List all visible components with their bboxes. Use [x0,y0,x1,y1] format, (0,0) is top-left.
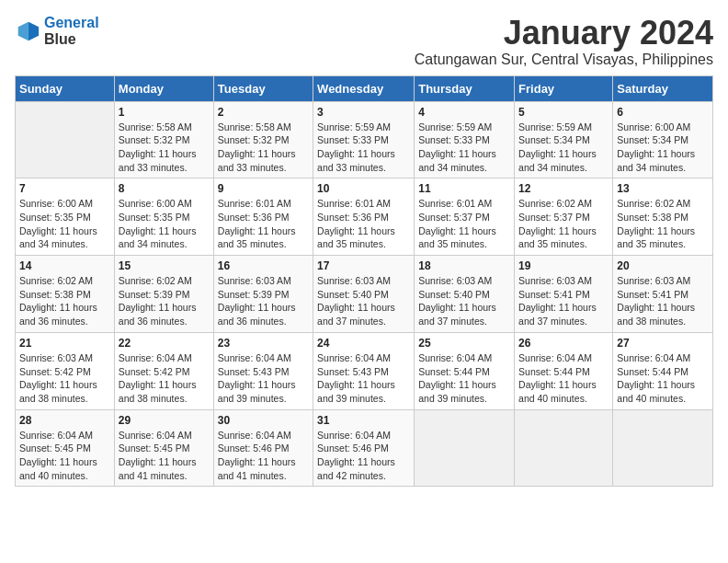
day-number: 20 [617,259,709,272]
week-row-3: 21Sunrise: 6:03 AM Sunset: 5:42 PM Dayli… [16,332,713,409]
day-number: 23 [218,337,309,350]
calendar-cell: 29Sunrise: 6:04 AM Sunset: 5:45 PM Dayli… [114,409,213,487]
day-info: Sunrise: 6:01 AM Sunset: 5:36 PM Dayligh… [317,197,410,251]
day-number: 14 [19,259,110,272]
day-info: Sunrise: 6:00 AM Sunset: 5:35 PM Dayligh… [19,197,110,251]
title-area: January 2024 Catungawan Sur, Central Vis… [415,15,713,68]
calendar-cell: 19Sunrise: 6:03 AM Sunset: 5:41 PM Dayli… [515,256,613,333]
day-number: 9 [218,182,309,195]
day-info: Sunrise: 6:03 AM Sunset: 5:42 PM Dayligh… [19,351,110,406]
week-row-1: 7Sunrise: 6:00 AM Sunset: 5:35 PM Daylig… [16,178,713,256]
day-number: 26 [518,337,609,350]
calendar-cell: 31Sunrise: 6:04 AM Sunset: 5:46 PM Dayli… [313,409,415,487]
day-info: Sunrise: 6:03 AM Sunset: 5:40 PM Dayligh… [418,274,510,328]
header-row: Sunday Monday Tuesday Wednesday Thursday… [16,75,713,101]
day-number: 4 [418,106,510,119]
day-number: 24 [317,337,410,350]
day-info: Sunrise: 5:58 AM Sunset: 5:32 PM Dayligh… [218,121,309,175]
day-number: 31 [317,414,410,427]
calendar-cell: 12Sunrise: 6:02 AM Sunset: 5:37 PM Dayli… [515,178,613,256]
header-monday: Monday [114,75,213,101]
day-number: 29 [119,414,210,427]
logo-icon [15,18,40,44]
day-info: Sunrise: 6:03 AM Sunset: 5:40 PM Dayligh… [317,274,410,328]
header-sunday: Sunday [16,75,115,101]
calendar-cell: 15Sunrise: 6:02 AM Sunset: 5:39 PM Dayli… [114,256,213,333]
calendar-table: Sunday Monday Tuesday Wednesday Thursday… [15,75,713,488]
day-info: Sunrise: 6:04 AM Sunset: 5:44 PM Dayligh… [617,351,709,406]
day-info: Sunrise: 6:02 AM Sunset: 5:39 PM Dayligh… [119,274,210,328]
header-tuesday: Tuesday [213,75,313,101]
day-info: Sunrise: 6:03 AM Sunset: 5:41 PM Dayligh… [518,274,609,328]
calendar-cell [16,101,115,178]
day-info: Sunrise: 6:04 AM Sunset: 5:46 PM Dayligh… [218,429,309,483]
calendar-cell: 1Sunrise: 5:58 AM Sunset: 5:32 PM Daylig… [114,101,213,178]
day-number: 16 [218,259,309,272]
day-info: Sunrise: 6:01 AM Sunset: 5:37 PM Dayligh… [418,197,510,251]
calendar-cell: 26Sunrise: 6:04 AM Sunset: 5:44 PM Dayli… [515,332,613,409]
calendar-cell: 30Sunrise: 6:04 AM Sunset: 5:46 PM Dayli… [213,409,313,487]
day-info: Sunrise: 6:02 AM Sunset: 5:38 PM Dayligh… [617,197,709,251]
logo-text: General Blue [44,15,99,48]
day-info: Sunrise: 6:00 AM Sunset: 5:35 PM Dayligh… [119,197,210,251]
day-info: Sunrise: 5:59 AM Sunset: 5:33 PM Dayligh… [317,121,410,175]
calendar-cell: 11Sunrise: 6:01 AM Sunset: 5:37 PM Dayli… [415,178,515,256]
day-info: Sunrise: 6:03 AM Sunset: 5:39 PM Dayligh… [218,274,309,328]
calendar-cell: 28Sunrise: 6:04 AM Sunset: 5:45 PM Dayli… [16,409,115,487]
day-info: Sunrise: 6:04 AM Sunset: 5:46 PM Dayligh… [317,429,410,483]
calendar-cell: 20Sunrise: 6:03 AM Sunset: 5:41 PM Dayli… [613,256,713,333]
calendar-cell: 16Sunrise: 6:03 AM Sunset: 5:39 PM Dayli… [213,256,313,333]
calendar-cell: 7Sunrise: 6:00 AM Sunset: 5:35 PM Daylig… [16,178,115,256]
calendar-cell: 27Sunrise: 6:04 AM Sunset: 5:44 PM Dayli… [613,332,713,409]
calendar-cell: 24Sunrise: 6:04 AM Sunset: 5:43 PM Dayli… [313,332,415,409]
day-number: 10 [317,182,410,195]
calendar-cell: 23Sunrise: 6:04 AM Sunset: 5:43 PM Dayli… [213,332,313,409]
day-info: Sunrise: 6:04 AM Sunset: 5:44 PM Dayligh… [518,351,609,406]
day-number: 8 [119,182,210,195]
day-number: 5 [518,106,609,119]
day-info: Sunrise: 6:04 AM Sunset: 5:44 PM Dayligh… [418,351,510,406]
calendar-cell: 5Sunrise: 5:59 AM Sunset: 5:34 PM Daylig… [515,101,613,178]
header-friday: Friday [515,75,613,101]
day-number: 19 [518,259,609,272]
header-wednesday: Wednesday [313,75,415,101]
day-info: Sunrise: 6:03 AM Sunset: 5:41 PM Dayligh… [617,274,709,328]
calendar-cell: 21Sunrise: 6:03 AM Sunset: 5:42 PM Dayli… [16,332,115,409]
calendar-cell [515,409,613,487]
header-thursday: Thursday [415,75,515,101]
calendar-cell: 25Sunrise: 6:04 AM Sunset: 5:44 PM Dayli… [415,332,515,409]
calendar-cell: 6Sunrise: 6:00 AM Sunset: 5:34 PM Daylig… [613,101,713,178]
logo: General Blue [15,15,99,48]
day-info: Sunrise: 6:04 AM Sunset: 5:45 PM Dayligh… [19,429,110,483]
day-number: 13 [617,182,709,195]
day-number: 22 [119,337,210,350]
day-info: Sunrise: 6:02 AM Sunset: 5:37 PM Dayligh… [518,197,609,251]
day-number: 12 [518,182,609,195]
week-row-0: 1Sunrise: 5:58 AM Sunset: 5:32 PM Daylig… [16,101,713,178]
calendar-cell: 17Sunrise: 6:03 AM Sunset: 5:40 PM Dayli… [313,256,415,333]
day-number: 11 [418,182,510,195]
day-info: Sunrise: 6:04 AM Sunset: 5:42 PM Dayligh… [119,351,210,406]
calendar-cell: 4Sunrise: 5:59 AM Sunset: 5:33 PM Daylig… [415,101,515,178]
day-info: Sunrise: 6:00 AM Sunset: 5:34 PM Dayligh… [617,121,709,175]
week-row-2: 14Sunrise: 6:02 AM Sunset: 5:38 PM Dayli… [16,256,713,333]
calendar-cell: 3Sunrise: 5:59 AM Sunset: 5:33 PM Daylig… [313,101,415,178]
day-number: 15 [119,259,210,272]
calendar-cell: 2Sunrise: 5:58 AM Sunset: 5:32 PM Daylig… [213,101,313,178]
day-number: 2 [218,106,309,119]
calendar-cell: 8Sunrise: 6:00 AM Sunset: 5:35 PM Daylig… [114,178,213,256]
day-number: 27 [617,337,709,350]
day-number: 25 [418,337,510,350]
day-number: 3 [317,106,410,119]
week-row-4: 28Sunrise: 6:04 AM Sunset: 5:45 PM Dayli… [16,409,713,487]
month-title: January 2024 [415,15,713,52]
day-info: Sunrise: 6:04 AM Sunset: 5:43 PM Dayligh… [218,351,309,406]
location: Catungawan Sur, Central Visayas, Philipp… [415,52,713,68]
calendar-cell: 10Sunrise: 6:01 AM Sunset: 5:36 PM Dayli… [313,178,415,256]
calendar-cell: 14Sunrise: 6:02 AM Sunset: 5:38 PM Dayli… [16,256,115,333]
day-number: 18 [418,259,510,272]
day-info: Sunrise: 6:02 AM Sunset: 5:38 PM Dayligh… [19,274,110,328]
calendar-cell: 18Sunrise: 6:03 AM Sunset: 5:40 PM Dayli… [415,256,515,333]
day-info: Sunrise: 6:04 AM Sunset: 5:45 PM Dayligh… [119,429,210,483]
calendar-cell: 13Sunrise: 6:02 AM Sunset: 5:38 PM Dayli… [613,178,713,256]
